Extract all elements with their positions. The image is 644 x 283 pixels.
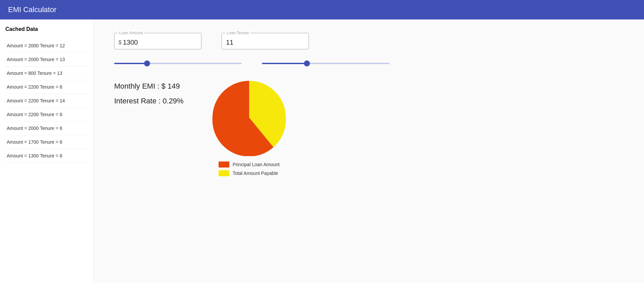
principal-label: Principal Loan Amount (233, 162, 280, 167)
chart-legend: Principal Loan Amount Total Amount Payab… (219, 161, 280, 176)
total-color-box (219, 170, 229, 176)
loan-tenure-field: Loan Tenure (222, 33, 309, 49)
tenure-slider-container (262, 59, 389, 65)
sidebar-item[interactable]: Amount = 1700 Tenure = 6 (5, 135, 88, 149)
tenure-slider[interactable] (262, 63, 389, 64)
loan-amount-input[interactable] (123, 39, 197, 46)
amount-slider-container (114, 59, 242, 65)
sidebar-item[interactable]: Amount = 2000 Tenure = 6 (5, 122, 88, 135)
sidebar-item[interactable]: Amount = 2200 Tenure = 14 (5, 94, 88, 108)
sidebar-item[interactable]: Amount = 2200 Tenure = 6 (5, 108, 88, 122)
sidebar-item[interactable]: Amount = 2000 Tenure = 13 (5, 53, 88, 66)
sidebar-title: Cached Data (5, 26, 88, 32)
sidebar-item[interactable]: Amount = 800 Tenure = 13 (5, 66, 88, 80)
sidebar-items-list: Amount = 2000 Tenure = 12Amount = 2000 T… (5, 39, 88, 163)
amount-slider[interactable] (114, 63, 242, 64)
sidebar-item[interactable]: Amount = 2200 Tenure = 6 (5, 80, 88, 94)
legend-total: Total Amount Payable (219, 170, 280, 176)
sidebar-item[interactable]: Amount = 1300 Tenure = 6 (5, 149, 88, 163)
legend-principal: Principal Loan Amount (219, 161, 280, 168)
main-layout: Cached Data Amount = 2000 Tenure = 12Amo… (0, 19, 644, 283)
interest-rate: Interest Rate : 0.29% (114, 94, 184, 108)
loan-tenure-label: Loan Tenure (225, 31, 250, 35)
sliders-row (114, 59, 624, 65)
total-label: Total Amount Payable (233, 171, 278, 176)
results-row: Monthly EMI : $ 149 Interest Rate : 0.29… (114, 79, 624, 176)
emi-info: Monthly EMI : $ 149 Interest Rate : 0.29… (114, 79, 184, 108)
sidebar: Cached Data Amount = 2000 Tenure = 12Amo… (0, 19, 94, 283)
currency-prefix: $ (119, 40, 122, 46)
loan-amount-label: Loan Amount (118, 31, 144, 35)
app-title: EMI Calculator (8, 5, 56, 14)
pie-chart (211, 79, 288, 156)
emi-value: Monthly EMI : $ 149 (114, 79, 184, 94)
main-content: Loan Amount $ Loan Tenure (94, 19, 644, 283)
principal-color-box (219, 161, 229, 168)
app-header: EMI Calculator (0, 0, 644, 19)
inputs-row: Loan Amount $ Loan Tenure (114, 33, 624, 49)
chart-area: Principal Loan Amount Total Amount Payab… (211, 79, 288, 176)
loan-amount-field: Loan Amount $ (114, 33, 201, 49)
loan-tenure-input[interactable] (226, 39, 305, 46)
sidebar-item[interactable]: Amount = 2000 Tenure = 12 (5, 39, 88, 53)
